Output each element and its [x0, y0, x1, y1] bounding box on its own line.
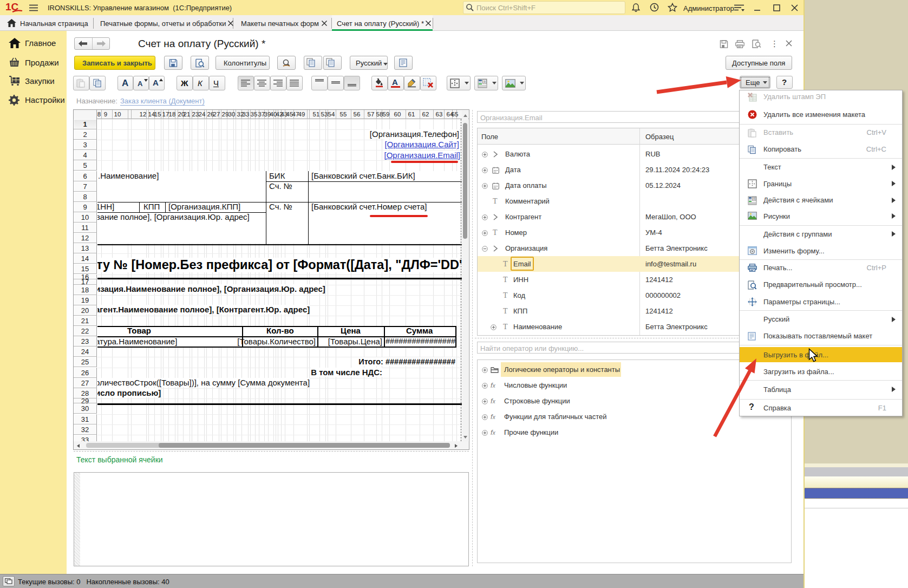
svg-text:R: R [753, 197, 755, 200]
svg-text:R: R [484, 80, 486, 83]
